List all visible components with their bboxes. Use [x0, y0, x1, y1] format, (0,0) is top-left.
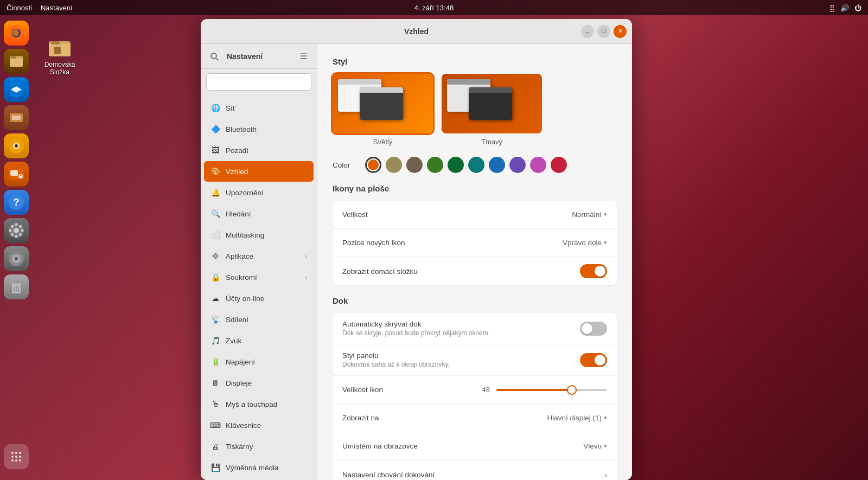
dok-velikost-track[interactable]	[496, 389, 607, 391]
color-swatch-sand[interactable]	[386, 157, 402, 173]
dock-item-help[interactable]: ?	[4, 190, 29, 215]
sidebar-item-label-soukromi: Soukromí	[226, 273, 299, 281]
theme-preview-light[interactable]	[333, 74, 433, 133]
svg-rect-3	[10, 58, 23, 67]
sidebar-search	[201, 69, 317, 95]
dok-velikost-label: Velikost ikon	[342, 386, 475, 394]
svg-point-18	[15, 223, 18, 226]
sidebar-item-klavesnice[interactable]: ⌨Klávesnice	[204, 415, 314, 436]
sound-icon: 🔊	[840, 4, 849, 12]
sidebar-item-ucty[interactable]: ☁Účty on-line	[204, 288, 314, 309]
sidebar-item-hledani[interactable]: 🔍Hledání	[204, 203, 314, 224]
sidebar-item-zvuk[interactable]: 🎵Zvuk	[204, 330, 314, 351]
app-name-label: Nastavení	[41, 4, 73, 12]
dok-autoskryvat-toggle[interactable]	[580, 322, 607, 336]
sidebar-item-tiskarny[interactable]: 🖨Tiskárny	[204, 436, 314, 457]
sidebar-item-sdileni[interactable]: 📡Sdílení	[204, 309, 314, 330]
topbar: Činnosti Nastavení 4. září 13:48 ⣿ 🔊 ⏻	[0, 0, 868, 15]
sidebar-item-label-vzhled: Vzhled	[226, 168, 307, 176]
maximize-button[interactable]: ☐	[597, 25, 610, 38]
desktop-icon-home[interactable]: Domovská Složka	[38, 33, 81, 76]
activities-label[interactable]: Činnosti	[7, 4, 32, 12]
dock-item-settings[interactable]	[4, 218, 29, 243]
theme-label-dark: Tmavý	[481, 138, 502, 146]
dok-card: Automaticky skrývat dok Dok se skryje, p…	[333, 313, 617, 480]
sidebar-item-sit[interactable]: 🌐Síť	[204, 98, 314, 118]
dock-item-firefox[interactable]	[4, 21, 29, 46]
color-swatch-red[interactable]	[551, 157, 567, 173]
color-swatch-blue[interactable]	[489, 157, 505, 173]
sidebar-search-input[interactable]	[206, 73, 311, 91]
sidebar-menu-button[interactable]: ☰	[295, 48, 311, 65]
sidebar-item-mys[interactable]: 🖱Myš a touchpad	[204, 394, 314, 414]
sidebar-item-vymenna[interactable]: 💾Výměnná média	[204, 457, 314, 478]
ikony-pozice-value[interactable]: Vpravo dole ▾	[563, 239, 607, 247]
dok-styl-toggle[interactable]	[580, 353, 607, 367]
sidebar-item-displeje[interactable]: 🖥Displeje	[204, 373, 314, 393]
dock-item-files2[interactable]	[4, 105, 29, 130]
dok-styl-text-block: Styl panelu Dokování sahá až k okraji ob…	[342, 351, 580, 368]
sidebar-item-soukromi[interactable]: 🔒Soukromí›	[204, 267, 314, 287]
napajeni-icon: 🔋	[210, 357, 220, 367]
sidebar-item-napajeni[interactable]: 🔋Napájení	[204, 351, 314, 372]
dok-nastaveni-label: Nastavení chování dokování	[342, 471, 605, 479]
ikony-velikost-value[interactable]: Normální ▾	[572, 210, 607, 219]
sidebar-item-label-sdileni: Sdílení	[226, 316, 307, 324]
dock-item-thunderbird[interactable]	[4, 77, 29, 102]
sidebar-item-bluetooth[interactable]: 🔷Bluetooth	[204, 119, 314, 139]
vzhled-icon: 🎨	[210, 167, 220, 176]
dok-velikost-thumb[interactable]	[567, 385, 577, 395]
network-icon: ⣿	[829, 4, 835, 12]
svg-point-42	[15, 459, 17, 462]
dok-autoskryvat-label: Automaticky skrývat dok	[342, 320, 580, 328]
vymenna-icon: 💾	[210, 463, 220, 472]
dok-umisteni-value[interactable]: Vlevo ▾	[583, 442, 607, 450]
color-swatch-purple[interactable]	[509, 157, 526, 173]
dok-zobrazitna-value[interactable]: Hlavní displej (1) ▾	[547, 414, 607, 422]
color-swatch-orange[interactable]	[365, 157, 381, 173]
color-swatch-teal[interactable]	[468, 157, 484, 173]
titlebar: Vzhled – ☐ ✕	[201, 19, 632, 44]
sidebar-item-pozadi[interactable]: 🖼Pozadí	[204, 140, 314, 161]
sidebar-item-label-hledani: Hledání	[226, 210, 307, 218]
svg-rect-46	[51, 41, 60, 44]
ikony-domaci-toggle[interactable]	[580, 264, 607, 278]
dok-nastaveni-row[interactable]: Nastavení chování dokování ›	[333, 460, 617, 480]
svg-point-28	[15, 257, 18, 260]
dock-item-disk[interactable]	[4, 246, 29, 271]
home-folder-icon	[47, 33, 73, 59]
desktop-icon-label: Domovská Složka	[38, 61, 81, 76]
dock-item-software[interactable]	[4, 162, 29, 187]
sidebar-item-upozorneni[interactable]: 🔔Upozornění	[204, 182, 314, 203]
dock-item-files[interactable]	[4, 49, 29, 74]
mock-window-dark2	[469, 87, 512, 120]
color-swatch-green[interactable]	[427, 157, 443, 173]
ikony-pozice-label: Pozice nových ikon	[342, 239, 563, 247]
dok-zobrazitna-arrow: ▾	[604, 414, 607, 421]
color-swatch-brown-gray[interactable]	[406, 157, 423, 173]
ikony-velikost-arrow: ▾	[604, 211, 607, 218]
zvuk-icon: 🎵	[210, 336, 220, 345]
mys-icon: 🖱	[210, 399, 220, 409]
dok-velikost-value: 48	[475, 386, 490, 394]
sidebar-item-vzhled[interactable]: 🎨Vzhled	[204, 161, 314, 182]
ikony-domaci-row: Zobrazit domácí složku	[333, 257, 617, 285]
dock-item-radiotray[interactable]	[4, 133, 29, 158]
sidebar-search-button[interactable]	[206, 48, 222, 65]
sidebar-item-aplikace[interactable]: ⚙Aplikace›	[204, 246, 314, 266]
color-swatch-magenta[interactable]	[530, 157, 546, 173]
theme-preview-dark[interactable]	[442, 74, 542, 133]
tiskarny-icon: 🖨	[210, 441, 220, 451]
dock-appgrid[interactable]	[4, 444, 29, 469]
power-icon: ⏻	[854, 4, 861, 12]
dock-item-trash[interactable]	[4, 274, 29, 299]
ikony-pozice-arrow: ▾	[604, 239, 607, 246]
settings-window: Vzhled – ☐ ✕ Nastavení ☰	[201, 19, 632, 480]
close-button[interactable]: ✕	[614, 25, 627, 38]
minimize-button[interactable]: –	[581, 25, 594, 38]
svg-line-49	[216, 58, 218, 60]
sidebar-item-multitasking[interactable]: ⬜Multitasking	[204, 225, 314, 245]
color-swatch-dark-green[interactable]	[448, 157, 464, 173]
pozadi-icon: 🖼	[210, 145, 220, 155]
ikony-domaci-knob	[595, 266, 605, 277]
